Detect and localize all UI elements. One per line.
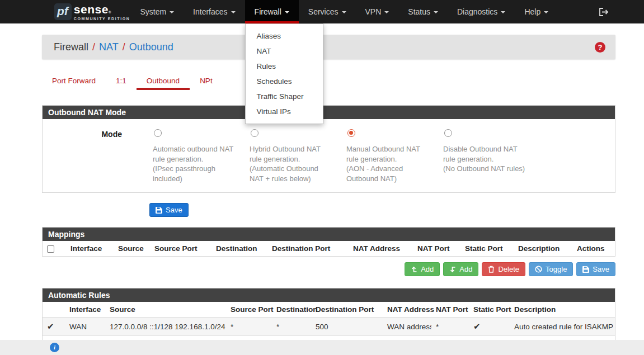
breadcrumb-nat-link[interactable]: NAT [99, 41, 119, 53]
footer-bar: i [0, 340, 644, 355]
col-interface: Interface [65, 302, 105, 318]
arrow-level-down-icon [449, 266, 456, 273]
nat-mode-option-disable: Disable Outbound NAT rule generation. (N… [436, 129, 533, 183]
radio-disable[interactable] [444, 129, 452, 137]
nav-item-system[interactable]: System [130, 0, 184, 23]
nav-item-interfaces[interactable]: Interfaces [184, 0, 245, 23]
community-edition-label: COMMUNITY EDITION [74, 17, 130, 21]
breadcrumb: Firewall / NAT / Outbound ? [42, 35, 615, 59]
mappings-actions: Add Add Delete Toggle Save [42, 262, 615, 276]
col-source: Source [105, 302, 226, 318]
nav-item-vpn[interactable]: VPN [356, 0, 399, 23]
col-actions: Actions [572, 241, 615, 256]
chevron-down-icon [342, 11, 346, 13]
radio-manual-selected[interactable] [347, 129, 355, 137]
top-navbar: pf sense® COMMUNITY EDITION System Inter… [0, 0, 644, 23]
logout-icon[interactable] [591, 0, 615, 23]
panel-title: Outbound NAT Mode [43, 106, 615, 119]
save-mappings-button[interactable]: Save [576, 262, 615, 276]
info-icon[interactable]: i [50, 343, 59, 352]
menu-item-aliases[interactable]: Aliases [246, 29, 323, 44]
tab-npt[interactable]: NPt [190, 73, 223, 90]
mode-field-label: Mode [43, 129, 146, 183]
mappings-header-row: Interface Source Source Port Destination… [43, 241, 615, 256]
col-destination: Destination [272, 302, 311, 318]
option-note: (No Outbound NAT rules) [443, 164, 527, 174]
table-row: ✔ WAN 127.0.0.0/8 ::1/128 192.168.1.0/24… [43, 318, 615, 336]
col-nat-address: NAT Address [383, 302, 431, 318]
delete-button[interactable]: Delete [482, 262, 525, 276]
tab-1-1[interactable]: 1:1 [106, 73, 137, 90]
registered-mark: ® [109, 11, 111, 14]
nav-item-status[interactable]: Status [398, 0, 448, 23]
save-button[interactable]: Save [149, 203, 189, 217]
option-note: (AON - Advanced Outbound NAT) [346, 164, 430, 183]
pfsense-logo-sense: sense [74, 3, 109, 16]
chevron-down-icon [231, 11, 236, 13]
menu-item-traffic-shaper[interactable]: Traffic Shaper [246, 89, 323, 104]
nav-item-services[interactable]: Services [299, 0, 356, 23]
cell-interface: WAN [65, 318, 105, 336]
col-destination-port: Destination Port [267, 241, 349, 256]
menu-item-virtual-ips[interactable]: Virtual IPs [246, 104, 323, 119]
col-interface: Interface [66, 241, 114, 256]
option-title: Automatic outbound NAT rule generation. [153, 144, 236, 164]
col-description: Description [514, 241, 572, 256]
nav-item-diagnostics[interactable]: Diagnostics [448, 0, 515, 23]
col-nat-port: NAT Port [413, 241, 460, 256]
tab-outbound[interactable]: Outbound [137, 73, 190, 90]
radio-hybrid[interactable] [251, 129, 258, 137]
add-rule-bottom-button[interactable]: Add [443, 262, 478, 276]
nav-item-firewall[interactable]: Firewall Aliases NAT Rules Schedules Tra… [245, 0, 299, 23]
main-menu: System Interfaces Firewall Aliases NAT R… [130, 0, 558, 23]
chevron-down-icon [434, 11, 438, 13]
arrow-level-up-icon [411, 266, 417, 273]
trash-icon [488, 266, 495, 273]
menu-item-rules[interactable]: Rules [246, 59, 323, 74]
nav-item-help[interactable]: Help [515, 0, 558, 23]
breadcrumb-separator: / [123, 41, 125, 53]
col-nat-port: NAT Port [431, 302, 469, 318]
col-destination-port: Destination Port [311, 302, 383, 318]
breadcrumb-outbound-link[interactable]: Outbound [129, 41, 173, 53]
select-all-checkbox[interactable] [47, 245, 54, 253]
help-icon[interactable]: ? [595, 42, 605, 53]
option-title: Manual Outbound NAT rule generation. [346, 144, 430, 164]
col-static-port: Static Port [460, 241, 514, 256]
menu-item-schedules[interactable]: Schedules [246, 74, 323, 89]
col-destination: Destination [211, 241, 267, 256]
col-nat-address: NAT Address [349, 241, 413, 256]
chevron-down-icon [170, 11, 174, 13]
nat-mode-option-manual: Manual Outbound NAT rule generation. (AO… [340, 129, 436, 183]
option-note: (Automatic Outbound NAT + rules below) [250, 164, 333, 183]
menu-item-nat[interactable]: NAT [246, 44, 323, 59]
toggle-button[interactable]: Toggle [529, 262, 573, 276]
floppy-icon [156, 207, 162, 214]
nat-mode-option-automatic: Automatic outbound NAT rule generation. … [146, 129, 243, 183]
cell-source: 127.0.0.0/8 ::1/128 192.168.1.0/24 [105, 318, 226, 336]
option-title: Hybrid Outbound NAT rule generation. [250, 144, 333, 164]
add-rule-top-button[interactable]: Add [405, 262, 440, 276]
col-description: Description [510, 302, 615, 318]
nat-tabs: Port Forward 1:1 Outbound NPt [42, 73, 615, 90]
pfsense-logo[interactable]: pf sense® COMMUNITY EDITION [54, 0, 130, 23]
mappings-table: Interface Source Source Port Destination… [43, 241, 615, 256]
chevron-down-icon [285, 11, 289, 13]
firewall-dropdown-menu: Aliases NAT Rules Schedules Traffic Shap… [245, 23, 323, 124]
col-source-port: Source Port [150, 241, 211, 256]
outbound-nat-mode-panel: Outbound NAT Mode Mode Automatic outboun… [42, 105, 615, 193]
chevron-down-icon [501, 11, 505, 13]
panel-title: Mappings [43, 228, 615, 241]
chevron-down-icon [384, 11, 389, 13]
radio-automatic[interactable] [154, 129, 162, 137]
tab-port-forward[interactable]: Port Forward [42, 73, 106, 90]
col-source-port: Source Port [226, 302, 272, 318]
mode-options: Automatic outbound NAT rule generation. … [146, 129, 533, 183]
col-static-port: Static Port [469, 302, 510, 318]
panel-title: Automatic Rules [43, 288, 615, 302]
cell-destination: * [272, 318, 311, 336]
cell-destination-port: 500 [311, 318, 383, 336]
automatic-rules-header-row: Interface Source Source Port Destination… [43, 302, 615, 318]
cell-nat-address: WAN address [383, 318, 431, 336]
pfsense-logo-pf: pf [54, 3, 72, 20]
